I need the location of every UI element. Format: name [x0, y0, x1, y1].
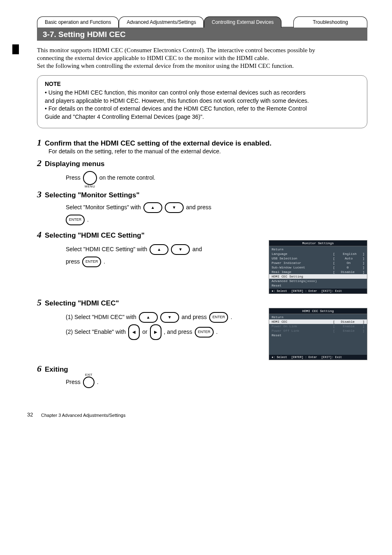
- osd-row-highlight: HDMI CEC Setting: [269, 274, 367, 279]
- step-title: Exiting: [45, 365, 68, 374]
- tab-label: Basic operation and Functions: [45, 19, 111, 25]
- intro-paragraph: This monitor supports HDMI CEC (Consumer…: [37, 46, 367, 69]
- exit-button-icon: EXIT: [83, 377, 95, 388]
- enter-button-icon: ENTER: [209, 312, 228, 323]
- right-button-icon: [150, 324, 161, 340]
- enter-button-icon: ENTER: [195, 327, 214, 338]
- step-title: Selecting "Monitor Settings": [45, 191, 140, 199]
- step-title: Selecting "HDMI CEC Setting": [45, 231, 145, 240]
- tab-advanced[interactable]: Advanced Adjustments/Settings: [119, 16, 204, 28]
- step-6: 6 Exiting Press EXIT .: [37, 363, 367, 388]
- enter-button-icon: ENTER: [82, 257, 101, 267]
- step-title: Confirm that the HDMI CEC setting of the…: [45, 139, 272, 148]
- osd-hdmi-cec-setting: HDMI CEC Setting Return HDMI CEC[ Disabl…: [269, 308, 367, 360]
- step-subtitle: For details on the setting, refer to the…: [48, 148, 367, 155]
- page-number: 32: [27, 412, 33, 418]
- tab-strip: Basic operation and Functions Advanced A…: [37, 16, 367, 41]
- tab-basic[interactable]: Basic operation and Functions: [37, 16, 119, 28]
- tab-external[interactable]: Controlling External Devices: [204, 16, 281, 28]
- note-title: NOTE: [45, 81, 360, 87]
- tab-troubleshoot[interactable]: Troubleshooting: [293, 16, 367, 28]
- step-number: 3: [37, 189, 42, 200]
- up-button-icon: [150, 244, 168, 255]
- step-title: Selecting "HDMI CEC": [45, 299, 119, 308]
- step-3: 3 Selecting "Monitor Settings" Select "M…: [37, 189, 367, 225]
- up-button-icon: [139, 312, 158, 323]
- section-heading: 3-7. Setting HDMI CEC: [37, 27, 367, 41]
- step-1: 1 Confirm that the HDMI CEC setting of t…: [37, 137, 367, 155]
- chapter-label: Chapter 3 Advanced Adjustments/Settings: [41, 413, 125, 418]
- osd-row-highlight: HDMI CEC[ Disable ]: [269, 319, 367, 324]
- step-2: 2 Displaying menus Press MENU on the rem…: [37, 158, 367, 185]
- step-number: 6: [37, 363, 42, 374]
- page-footer: 32 Chapter 3 Advanced Adjustments/Settin…: [16, 413, 367, 421]
- enter-button-icon: ENTER: [66, 215, 85, 225]
- down-button-icon: [165, 202, 184, 213]
- note-box: NOTE • Using the HDMI CEC function, this…: [37, 75, 367, 128]
- menu-button-icon: MENU: [83, 171, 97, 185]
- tab-label: Controlling External Devices: [212, 19, 274, 25]
- step-number: 4: [37, 229, 42, 240]
- left-button-icon: [128, 324, 140, 340]
- osd-monitor-settings: Monitor Settings Return Language[ Englis…: [269, 240, 367, 294]
- tab-label: Advanced Adjustments/Settings: [127, 19, 196, 25]
- down-button-icon: [160, 312, 179, 323]
- step-number: 2: [37, 158, 42, 169]
- step-4: 4 Selecting "HDMI CEC Setting" Select "H…: [37, 229, 367, 294]
- step-5: 5 Selecting "HDMI CEC" (1) Select "HDMI …: [37, 297, 367, 360]
- step-number: 1: [37, 137, 42, 148]
- up-button-icon: [143, 202, 162, 213]
- step-title: Displaying menus: [45, 160, 104, 168]
- down-button-icon: [171, 244, 190, 255]
- step-number: 5: [37, 297, 42, 308]
- tab-label: Troubleshooting: [313, 19, 348, 25]
- sidebar-marker: [12, 44, 19, 54]
